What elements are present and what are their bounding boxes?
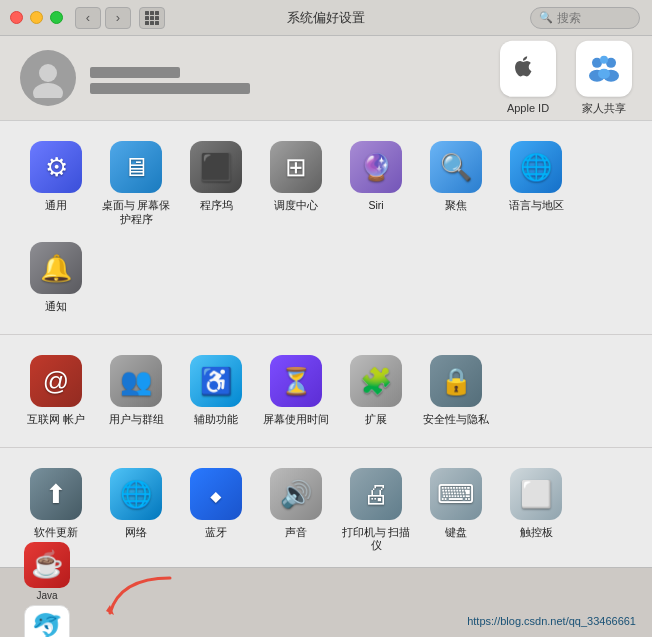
search-icon: 🔍 [539, 11, 553, 24]
pref-item-mission[interactable]: ⊞调度中心 [256, 133, 336, 234]
pref-item-siri[interactable]: 🔮Siri [336, 133, 416, 234]
maximize-button[interactable] [50, 11, 63, 24]
dock-icon: ⬛ [190, 141, 242, 193]
software-label: 软件更新 [34, 526, 78, 540]
pref-item-network[interactable]: 🌐网络 [96, 460, 176, 561]
subtitle-redacted [90, 83, 250, 94]
keyboard-icon: ⌨ [430, 468, 482, 520]
lang-label: 语言与地区 [509, 199, 564, 213]
avatar[interactable] [20, 50, 76, 106]
pref-item-screentime[interactable]: ⏳屏幕使用时间 [256, 347, 336, 435]
section-grid-section1: ⚙通用🖥桌面与 屏幕保护程序⬛程序坞⊞调度中心🔮Siri🔍聚焦🌐语言与地区🔔通知 [16, 133, 636, 322]
svg-point-0 [39, 64, 57, 82]
software-icon: ⬆ [30, 468, 82, 520]
mysql-dock-icon: 🐬 [24, 605, 70, 638]
svg-point-1 [33, 83, 63, 98]
forward-button[interactable]: › [105, 7, 131, 29]
dock-label: 程序坞 [200, 199, 233, 213]
security-icon: 🔒 [430, 355, 482, 407]
family-icon-box [576, 41, 632, 97]
pref-item-general[interactable]: ⚙通用 [16, 133, 96, 234]
profile-section: Apple ID 家人共享 [0, 36, 652, 121]
siri-icon: 🔮 [350, 141, 402, 193]
security-label: 安全性与隐私 [423, 413, 489, 427]
dock-url: https://blog.csdn.net/qq_33466661 [467, 615, 636, 627]
ext-label: 扩展 [365, 413, 387, 427]
printer-icon: 🖨 [350, 468, 402, 520]
pref-item-sound[interactable]: 🔊声音 [256, 460, 336, 561]
profile-quick-icons: Apple ID 家人共享 [500, 41, 632, 115]
java-dock-icon: ☕ [24, 542, 70, 588]
apple-id-button[interactable]: Apple ID [500, 41, 556, 115]
pref-item-bt[interactable]: ⬥蓝牙 [176, 460, 256, 561]
dock-item-mysql[interactable]: 🐬 MySQL [16, 603, 78, 638]
dock-item-java[interactable]: ☕ Java [16, 540, 78, 603]
spotlight-icon: 🔍 [430, 141, 482, 193]
close-button[interactable] [10, 11, 23, 24]
grid-button[interactable] [139, 7, 165, 29]
apple-icon [512, 53, 544, 85]
notif-icon: 🔔 [30, 242, 82, 294]
pref-item-desktop[interactable]: 🖥桌面与 屏幕保护程序 [96, 133, 176, 234]
pref-item-spotlight[interactable]: 🔍聚焦 [416, 133, 496, 234]
back-button[interactable]: ‹ [75, 7, 101, 29]
dock-items: ☕ Java 🐬 MySQL [16, 540, 78, 638]
titlebar: ‹ › 系统偏好设置 🔍 [0, 0, 652, 36]
internet-label: 互联网 帐户 [27, 413, 85, 427]
minimize-button[interactable] [30, 11, 43, 24]
java-dock-label: Java [36, 590, 57, 601]
arrow-annotation [100, 573, 180, 623]
avatar-icon [28, 58, 68, 98]
pref-item-lang[interactable]: 🌐语言与地区 [496, 133, 576, 234]
window-title: 系统偏好设置 [287, 9, 365, 27]
bt-icon: ⬥ [190, 468, 242, 520]
keyboard-label: 键盘 [445, 526, 467, 540]
pref-item-internet[interactable]: @互联网 帐户 [16, 347, 96, 435]
spotlight-label: 聚焦 [445, 199, 467, 213]
svg-point-7 [598, 69, 610, 79]
mission-label: 调度中心 [274, 199, 318, 213]
trackpad-icon: ⬜ [510, 468, 562, 520]
grid-icon [145, 11, 159, 25]
section-section2: @互联网 帐户👥用户与群组♿辅助功能⏳屏幕使用时间🧩扩展🔒安全性与隐私 [0, 335, 652, 448]
search-bar[interactable]: 🔍 [530, 7, 640, 29]
pref-item-trackpad[interactable]: ⬜触控板 [496, 460, 576, 561]
section-grid-section2: @互联网 帐户👥用户与群组♿辅助功能⏳屏幕使用时间🧩扩展🔒安全性与隐私 [16, 347, 636, 435]
sections-container: ⚙通用🖥桌面与 屏幕保护程序⬛程序坞⊞调度中心🔮Siri🔍聚焦🌐语言与地区🔔通知… [0, 121, 652, 567]
pref-item-ext[interactable]: 🧩扩展 [336, 347, 416, 435]
pref-item-notif[interactable]: 🔔通知 [16, 234, 96, 322]
lang-icon: 🌐 [510, 141, 562, 193]
nav-buttons: ‹ › [75, 7, 131, 29]
family-sharing-button[interactable]: 家人共享 [576, 41, 632, 115]
name-redacted [90, 67, 180, 78]
section-section3: ⬆软件更新🌐网络⬥蓝牙🔊声音🖨打印机与 扫描仪⌨键盘⬜触控板🖱鼠标 [0, 448, 652, 567]
traffic-lights [10, 11, 63, 24]
users-label: 用户与群组 [109, 413, 164, 427]
internet-icon: @ [30, 355, 82, 407]
pref-item-users[interactable]: 👥用户与群组 [96, 347, 176, 435]
main-content: Apple ID 家人共享 ⚙通用🖥桌面与 屏幕保护程序⬛程序 [0, 36, 652, 567]
svg-point-6 [600, 56, 608, 64]
pref-item-printer[interactable]: 🖨打印机与 扫描仪 [336, 460, 416, 561]
notif-label: 通知 [45, 300, 67, 314]
access-icon: ♿ [190, 355, 242, 407]
dock: ☕ Java 🐬 MySQL https://blog.csdn.net/qq_… [0, 567, 652, 637]
users-icon: 👥 [110, 355, 162, 407]
section-grid-section3: ⬆软件更新🌐网络⬥蓝牙🔊声音🖨打印机与 扫描仪⌨键盘⬜触控板🖱鼠标 [16, 460, 636, 567]
family-icon [587, 52, 621, 86]
desktop-icon: 🖥 [110, 141, 162, 193]
access-label: 辅助功能 [194, 413, 238, 427]
mission-icon: ⊞ [270, 141, 322, 193]
printer-label: 打印机与 扫描仪 [340, 526, 412, 553]
svg-marker-8 [106, 605, 114, 615]
pref-item-keyboard[interactable]: ⌨键盘 [416, 460, 496, 561]
family-sharing-label: 家人共享 [582, 101, 626, 115]
pref-item-access[interactable]: ♿辅助功能 [176, 347, 256, 435]
sound-label: 声音 [285, 526, 307, 540]
pref-item-security[interactable]: 🔒安全性与隐私 [416, 347, 496, 435]
search-input[interactable] [557, 11, 637, 25]
network-icon: 🌐 [110, 468, 162, 520]
ext-icon: 🧩 [350, 355, 402, 407]
pref-item-dock[interactable]: ⬛程序坞 [176, 133, 256, 234]
desktop-label: 桌面与 屏幕保护程序 [100, 199, 172, 226]
